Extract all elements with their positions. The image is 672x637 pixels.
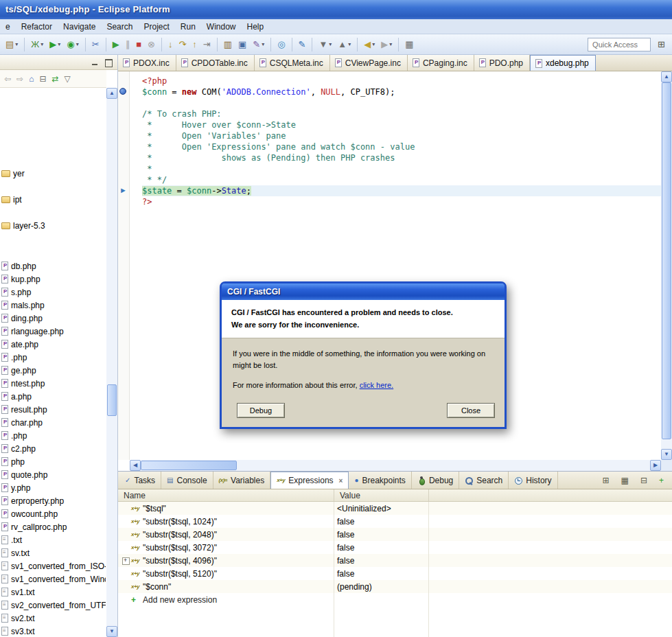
link-with-editor-icon[interactable]: ⇄ (51, 75, 58, 83)
table-row[interactable]: "substr($tsql, 3072)"false (118, 541, 672, 554)
run-to-line-button[interactable]: ✎▾ (250, 37, 267, 52)
sidebar-item-mals-php[interactable]: mals.php (0, 299, 106, 312)
menu-search[interactable]: Search (102, 20, 137, 34)
sidebar-item-c2-php[interactable]: c2.php (0, 442, 106, 455)
close-button[interactable]: Close (447, 403, 495, 418)
show-logical-structure-button[interactable]: ▦ (618, 473, 632, 488)
column-header-value[interactable]: Value (334, 489, 429, 501)
collapse-all-expressions-button[interactable]: ⊟ (638, 473, 650, 488)
step-over-button[interactable]: ↷ (176, 37, 189, 52)
resume-button[interactable]: ▶ (110, 37, 122, 52)
sidebar-item-php[interactable]: .php (0, 351, 106, 364)
sidebar-item-sv1-txt[interactable]: sv1.txt (0, 586, 106, 599)
click-here-link[interactable]: click here. (360, 381, 394, 389)
step-return-button[interactable]: ↑ (189, 37, 200, 52)
table-row[interactable]: "$tsql"<Uninitialized> (118, 502, 672, 515)
column-header-name[interactable]: Name (118, 489, 334, 501)
step-into-button[interactable]: ↓ (165, 37, 176, 52)
sidebar-item-a-php[interactable]: a.php (0, 390, 106, 403)
editor-scroll-down-icon[interactable] (661, 449, 672, 460)
editor-tab-cpaging-inc[interactable]: CPaging.inc (408, 55, 474, 71)
sidebar-item-quote-php[interactable]: quote.php (0, 468, 106, 481)
sidebar-item-php[interactable]: .php (0, 429, 106, 442)
editor-scroll-left-icon[interactable] (130, 460, 141, 471)
sidebar-item-rv-callproc-php[interactable]: rv_callproc.php (0, 520, 106, 533)
sidebar-item-sv1-converted-from-winc[interactable]: sv1_converted_from_Winc (0, 572, 106, 586)
table-row[interactable]: "substr($tsql, 2048)"false (118, 528, 672, 541)
panel-tab-tasks[interactable]: ✓Tasks (119, 472, 161, 489)
editor-vertical-scrollbar[interactable] (661, 71, 672, 460)
sidebar-item-txt[interactable]: .txt (0, 533, 106, 546)
sidebar-item-sv2-converted-from-utf[interactable]: sv2_converted_from_UTF- (0, 599, 106, 612)
panel-tab-breakpoints[interactable]: ●Breakpoints (349, 472, 411, 489)
collapse-all-icon[interactable]: ⊟ (39, 75, 46, 83)
previous-annotation-button[interactable]: ▲▾ (335, 37, 354, 52)
minimize-view-icon[interactable] (91, 59, 99, 66)
menu-window[interactable]: Window (202, 20, 241, 34)
sidebar-item-owcount-php[interactable]: owcount.php (0, 507, 106, 520)
open-perspective-button[interactable]: ⊞ (655, 37, 668, 52)
terminate-button[interactable]: ■ (133, 37, 144, 52)
menu-project[interactable]: Project (139, 20, 174, 34)
panel-tab-debug[interactable]: Debug (412, 472, 459, 489)
sidebar-item-sv-txt[interactable]: sv.txt (0, 546, 106, 559)
editor-horizontal-scrollbar[interactable] (130, 460, 661, 471)
maximize-view-icon[interactable] (104, 59, 112, 66)
back-button[interactable]: ◀▾ (361, 37, 378, 52)
panel-tab-console[interactable]: ▤Console (161, 472, 213, 489)
add-new-expression-row[interactable]: Add new expression (118, 593, 672, 606)
sidebar-item-yer[interactable]: yer (0, 168, 106, 194)
sidebar-item-sv1-converted-from-iso[interactable]: sv1_converted_from_ISO- (0, 559, 106, 572)
table-row[interactable]: "substr($tsql, 1024)"false (118, 515, 672, 528)
open-resource-button[interactable]: ▣ (235, 37, 249, 52)
menu-refactor[interactable]: Refactor (16, 20, 57, 34)
menu-help[interactable]: Help (242, 20, 269, 34)
mark-occurrences-button[interactable]: ✎ (296, 37, 309, 52)
sidebar-item-ate-php[interactable]: ate.php (0, 338, 106, 351)
back-nav-icon[interactable]: ⇦ (4, 75, 11, 83)
forward-button[interactable]: ▶▾ (378, 37, 395, 52)
panel-tab-variables[interactable]: (x)=Variables (213, 472, 271, 489)
debug-button[interactable]: Debug (237, 403, 285, 418)
sidebar-item-ipt[interactable]: ipt (0, 194, 106, 220)
menu-e[interactable]: e (1, 20, 15, 34)
sidebar-item-s-php[interactable]: s.php (0, 286, 106, 299)
editor-hscroll-thumb[interactable] (141, 461, 237, 470)
new-file-button[interactable]: ▥ (221, 37, 235, 52)
table-row[interactable]: "$conn"(pending) (118, 580, 672, 593)
sidebar-item-db-php[interactable]: db.php (0, 259, 106, 273)
editor-tab-csqlmeta-inc[interactable]: CSQLMeta.inc (255, 55, 330, 71)
new-wizard-button[interactable]: ▤▾ (3, 37, 21, 52)
editor-tab-cviewpage-inc[interactable]: CViewPage.inc (330, 55, 408, 71)
sidebar-item-ge-php[interactable]: ge.php (0, 364, 106, 377)
table-row[interactable]: "substr($tsql, 5120)"false (118, 567, 672, 580)
next-annotation-button[interactable]: ▼▾ (316, 37, 334, 52)
menu-run[interactable]: Run (176, 20, 200, 34)
editor-vscroll-thumb[interactable] (662, 82, 671, 439)
panel-tab-search[interactable]: Search (459, 472, 509, 489)
editor-scroll-right-icon[interactable] (650, 460, 661, 471)
run-button[interactable]: ▶▾ (47, 37, 63, 52)
cut-button[interactable]: ✂ (89, 37, 102, 52)
pin-editor-button[interactable]: ▦ (402, 37, 416, 52)
expand-toggle-icon[interactable] (121, 557, 130, 564)
sidebar-item-kup-php[interactable]: kup.php (0, 273, 106, 286)
editor-tab-pdo-php[interactable]: PDO.php (474, 55, 530, 71)
suspend-button[interactable]: ∥ (123, 37, 133, 52)
sidebar-item-y-php[interactable]: y.php (0, 481, 106, 494)
close-tab-icon[interactable] (339, 477, 343, 485)
show-type-names-button[interactable]: ⊞ (600, 473, 612, 488)
menu-navigate[interactable]: Navigate (58, 20, 100, 34)
panel-tab-expressions[interactable]: x+yExpressions (270, 472, 349, 489)
editor-gutter[interactable] (118, 71, 130, 460)
window-titlebar[interactable]: ts/SQL/xdebug.php - Eclipse Platform (0, 0, 672, 19)
disconnect-button[interactable]: ⊗ (145, 37, 158, 52)
panel-tab-history[interactable]: History (509, 472, 557, 489)
sidebar-item-ding-php[interactable]: ding.php (0, 312, 106, 325)
sidebar-item-sv3-txt[interactable]: sv3.txt (0, 625, 106, 637)
sidebar-item-sv2-txt[interactable]: sv2.txt (0, 612, 106, 625)
forward-nav-icon[interactable]: ⇨ (16, 75, 23, 83)
debug-button[interactable]: Ж▾ (28, 37, 46, 52)
sidebar-item-rlanguage-php[interactable]: rlanguage.php (0, 325, 106, 338)
sidebar-scrollbar-thumb[interactable] (107, 384, 117, 416)
